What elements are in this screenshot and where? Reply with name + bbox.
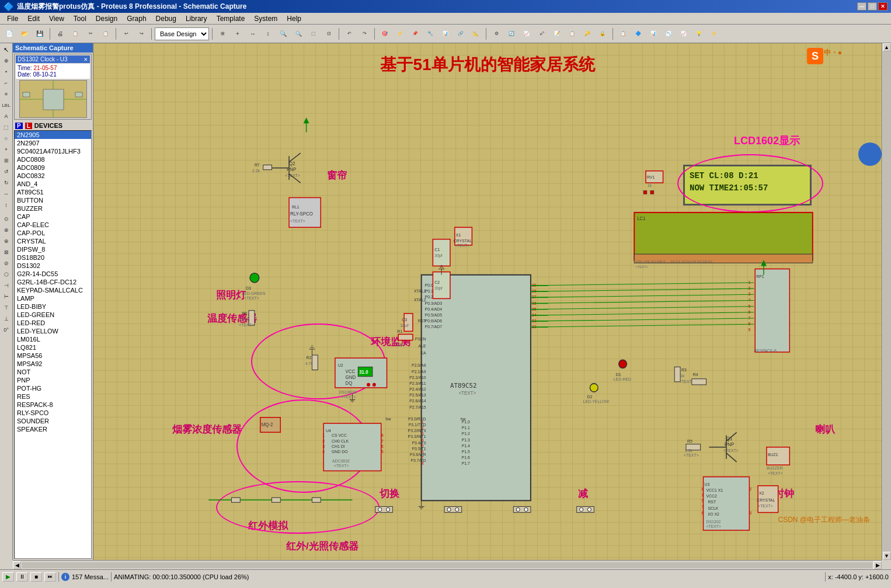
tool-b10[interactable]: ⊗ [1, 225, 12, 235]
toolbar-b15[interactable]: 📐 [469, 27, 483, 41]
toolbar-redo[interactable]: ↷ [357, 27, 371, 41]
device-item[interactable]: LED-GREEN [15, 311, 91, 319]
menu-edit[interactable]: Edit [23, 13, 44, 24]
toolbar-b5[interactable]: ↪ [134, 27, 148, 41]
toolbar-b30[interactable]: ⚡ [707, 27, 721, 41]
device-item[interactable]: G2RL-14B-CF-DC12 [15, 278, 91, 286]
device-item[interactable]: SPEAKER [15, 425, 91, 433]
play-button[interactable]: ▶ [2, 572, 14, 582]
device-item[interactable]: CAP [15, 213, 91, 221]
toolbar-save[interactable]: 💾 [33, 27, 47, 41]
tool-b17[interactable]: ⊤ [1, 302, 12, 313]
horizontal-scrollbar-track[interactable] [22, 562, 872, 568]
step-button[interactable]: ⏭ [44, 572, 56, 582]
device-item[interactable]: PNP [15, 376, 91, 384]
tool-b16[interactable]: ⊢ [1, 291, 12, 302]
menu-tool[interactable]: Tool [69, 13, 91, 24]
tool-b2[interactable]: ○ [1, 133, 12, 144]
toolbar-b21[interactable]: 📋 [565, 27, 579, 41]
toolbar-b2[interactable]: ✂ [83, 27, 98, 41]
toolbar-b1[interactable]: 📋 [68, 27, 82, 41]
device-item[interactable]: G2R-14-DC55 [15, 270, 91, 278]
toolbar-zoom-fit[interactable]: ⊡ [322, 27, 336, 41]
tool-b3[interactable]: + [1, 144, 12, 155]
device-item[interactable]: MPSA56 [15, 352, 91, 360]
menu-library[interactable]: Library [181, 13, 212, 24]
toolbar-design-dropdown[interactable]: Base Design [155, 27, 209, 40]
toolbar-b9[interactable]: 🎯 [378, 27, 392, 41]
tool-b12[interactable]: ⊠ [1, 247, 12, 258]
toolbar-grid[interactable]: ⊞ [215, 27, 229, 41]
device-item[interactable]: LQ821 [15, 343, 91, 352]
tool-b11[interactable]: ⊕ [1, 236, 12, 246]
device-item[interactable]: LAMP [15, 294, 91, 302]
badge-p[interactable]: P [15, 123, 23, 129]
stop-button[interactable]: ■ [30, 572, 42, 582]
bottom-scrollbar[interactable]: ◀ ▶ [13, 560, 882, 569]
tool-b8[interactable]: ↕ [1, 200, 12, 210]
maximize-button[interactable]: □ [868, 2, 877, 11]
device-item[interactable]: LM016L [15, 335, 91, 343]
tool-b4[interactable]: ⊞ [1, 155, 12, 166]
tool-b13[interactable]: ⊘ [1, 258, 12, 269]
device-item[interactable]: DS18B20 [15, 253, 91, 262]
tool-b9[interactable]: ⊙ [1, 214, 12, 224]
device-item[interactable]: 2N2905 [15, 131, 91, 139]
menu-system[interactable]: System [249, 13, 282, 24]
menu-debug[interactable]: Debug [151, 13, 181, 24]
tool-bus[interactable]: ≡ [1, 89, 12, 99]
canvas-area[interactable]: 基于51单片机的智能家居系统 S 中・● LCD1602显示 SET CL:08… [93, 43, 882, 560]
tool-component[interactable]: ⊕ [1, 55, 12, 66]
toolbar-zoom-in[interactable]: 🔍 [276, 27, 290, 41]
toolbar-b26[interactable]: 📊 [646, 27, 660, 41]
device-item[interactable]: DS1302 [15, 262, 91, 270]
device-item[interactable]: AND_4 [15, 180, 91, 188]
device-item[interactable]: ADC0809 [15, 163, 91, 172]
menu-design[interactable]: Design [91, 13, 122, 24]
device-item[interactable]: LED-YELLOW [15, 327, 91, 335]
device-item[interactable]: 2N2907 [15, 139, 91, 147]
title-controls[interactable]: — □ ✕ [857, 2, 887, 11]
toolbar-b25[interactable]: 🔷 [631, 27, 645, 41]
tool-b15[interactable]: ⊣ [1, 280, 12, 291]
scroll-left-button[interactable]: ◀ [13, 561, 21, 569]
toolbar-b7[interactable]: ↔ [246, 27, 260, 41]
tool-sublabel[interactable]: LBL [1, 100, 12, 110]
toolbar-new[interactable]: 📄 [2, 27, 16, 41]
toolbar-b19[interactable]: 🖊 [535, 27, 549, 41]
pause-button[interactable]: ⏸ [16, 572, 28, 582]
toolbar-b14[interactable]: 🔗 [454, 27, 468, 41]
device-item[interactable]: KEYPAD-SMALLCALC [15, 286, 91, 294]
menu-help[interactable]: Help [282, 13, 306, 24]
toolbar-b22[interactable]: 🔑 [580, 27, 594, 41]
right-scrollbar[interactable]: ▲ ▼ [882, 43, 891, 560]
tool-junction[interactable]: • [1, 67, 12, 77]
device-item[interactable]: DIPSW_8 [15, 245, 91, 253]
menu-graph[interactable]: Graph [122, 13, 151, 24]
toolbar-b18[interactable]: 📈 [520, 27, 534, 41]
tool-b1[interactable]: ⬚ [1, 122, 12, 133]
toolbar-b4[interactable]: ↩ [119, 27, 133, 41]
device-item[interactable]: CRYSTAL [15, 237, 91, 245]
device-item[interactable]: NOT [15, 368, 91, 376]
device-item[interactable]: POT-HG [15, 384, 91, 392]
toolbar-open[interactable]: 📂 [18, 27, 32, 41]
tool-wire[interactable]: ⌐ [1, 78, 12, 88]
toolbar-b28[interactable]: 📈 [677, 27, 691, 41]
toolbar-print[interactable]: 🖨 [53, 27, 67, 41]
tool-b5[interactable]: ↺ [1, 166, 12, 177]
toolbar-undo[interactable]: ↶ [342, 27, 356, 41]
tool-text[interactable]: A [1, 111, 12, 121]
toolbar-b8[interactable]: ↕ [261, 27, 275, 41]
minimize-button[interactable]: — [857, 2, 866, 11]
menu-template[interactable]: Template [212, 13, 250, 24]
device-item[interactable]: ADC0832 [15, 172, 91, 180]
device-item[interactable]: BUTTON [15, 196, 91, 204]
device-item[interactable]: CAP-ELEC [15, 221, 91, 229]
tool-b14[interactable]: ⬡ [1, 269, 12, 280]
tool-b19[interactable]: 0° [1, 325, 12, 335]
device-item[interactable]: RESPACK-8 [15, 401, 91, 409]
device-item[interactable]: LED-BIBY [15, 302, 91, 311]
menu-file[interactable]: File [2, 13, 23, 24]
device-item[interactable]: RLY-SPCO [15, 409, 91, 417]
